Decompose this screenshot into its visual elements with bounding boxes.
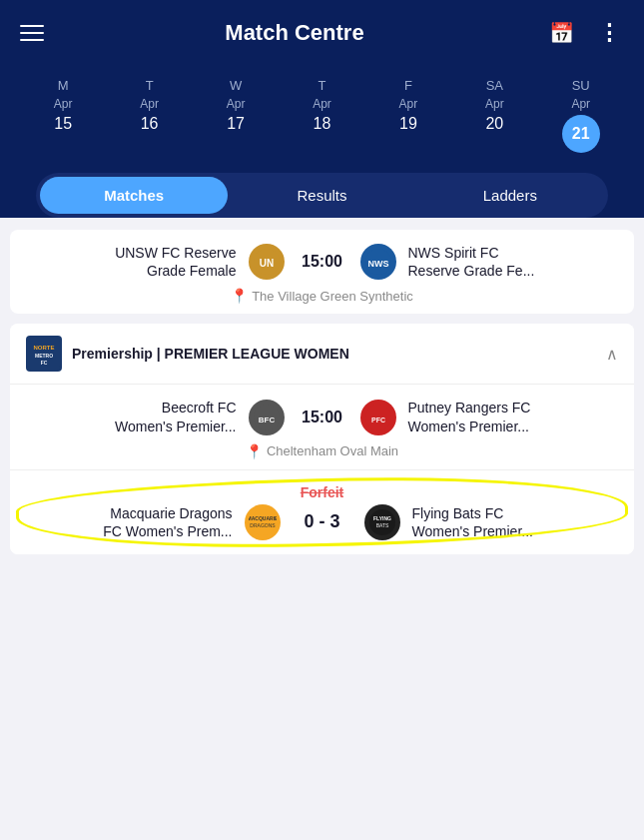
match-row: Macquarie DragonsFC Women's Prem... MACQ…: [30, 504, 614, 540]
home-team-logo: MACQUARIE DRAGONS: [245, 504, 281, 540]
svg-text:PFC: PFC: [371, 417, 385, 423]
away-team-name: NWS Spirit FCReserve Grade Fe...: [408, 244, 619, 280]
league-logo: NORTE METRO FC: [26, 336, 62, 372]
tabs-bar: Matches Results Ladders: [36, 173, 608, 218]
home-team-logo: BFC: [249, 400, 285, 435]
away-team-name: Putney Rangers FCWomen's Premier...: [408, 399, 619, 434]
away-team-name: Flying Bats FCWomen's Premier...: [412, 504, 615, 540]
away-team-logo: PFC: [360, 400, 396, 435]
svg-text:FLYING: FLYING: [373, 515, 391, 521]
header-actions: 📅 ⋮: [545, 16, 624, 50]
league-header[interactable]: NORTE METRO FC Premiership | PREMIER LEA…: [10, 324, 634, 385]
match-venue: 📍 The Village Green Synthetic: [26, 288, 618, 304]
header-top: Match Centre 📅 ⋮: [20, 16, 624, 66]
svg-text:BATS: BATS: [375, 522, 388, 528]
home-team-logo: UN: [249, 244, 285, 280]
calendar-day-mon[interactable]: M Apr 15: [28, 74, 98, 157]
svg-text:METRO: METRO: [35, 353, 53, 359]
home-team-name: Macquarie DragonsFC Women's Prem...: [30, 504, 233, 540]
tab-matches[interactable]: Matches: [40, 177, 228, 214]
hamburger-menu-button[interactable]: [20, 25, 44, 41]
league-section-premier-women: NORTE METRO FC Premiership | PREMIER LEA…: [10, 324, 634, 554]
svg-text:BFC: BFC: [258, 416, 275, 424]
league-title: Premiership | PREMIER LEAGUE WOMEN: [72, 346, 606, 362]
date-picker: M Apr 15 T Apr 16 W Apr 17 T Apr 18 F Ap…: [20, 66, 624, 173]
forfeit-label: Forfeit: [30, 484, 614, 500]
more-icon: ⋮: [598, 20, 620, 45]
location-icon: 📍: [246, 443, 263, 459]
calendar-day-sat[interactable]: SA Apr 20: [459, 74, 529, 157]
calendar-icon: 📅: [549, 22, 574, 44]
calendar-day-fri[interactable]: F Apr 19: [373, 74, 443, 157]
match-time: 15:00: [297, 409, 348, 426]
away-team-logo: NWS: [360, 244, 396, 280]
svg-text:NORTE: NORTE: [34, 345, 55, 351]
home-team-name: Beecroft FCWomen's Premier...: [26, 399, 237, 434]
away-team-logo: FLYING BATS: [364, 504, 400, 540]
match-row: Beecroft FCWomen's Premier... BFC 15:00 …: [26, 399, 618, 434]
match-time: 15:00: [297, 253, 348, 271]
match-card-macquarie-flyingbats[interactable]: Forfeit Macquarie DragonsFC Women's Prem…: [10, 470, 634, 554]
location-icon: 📍: [231, 288, 248, 304]
calendar-day-wed[interactable]: W Apr 17: [201, 74, 271, 157]
svg-text:UN: UN: [259, 258, 273, 269]
svg-text:MACQUARIE: MACQUARIE: [249, 515, 277, 521]
match-venue: 📍 Cheltenham Oval Main: [26, 443, 618, 459]
svg-text:NWS: NWS: [367, 259, 388, 269]
match-row: UNSW FC ReserveGrade Female UN 15:00 NWS…: [26, 244, 618, 280]
page-title: Match Centre: [225, 20, 363, 46]
tab-results[interactable]: Results: [228, 177, 415, 214]
svg-text:FC: FC: [41, 360, 48, 366]
more-options-button[interactable]: ⋮: [594, 16, 624, 50]
calendar-icon-button[interactable]: 📅: [545, 17, 578, 49]
venue-name: The Village Green Synthetic: [252, 289, 413, 304]
match-card-beecroft-putney[interactable]: Beecroft FCWomen's Premier... BFC 15:00 …: [10, 385, 634, 469]
venue-name: Cheltenham Oval Main: [267, 443, 398, 458]
calendar-day-tue[interactable]: T Apr 16: [115, 74, 185, 157]
chevron-up-icon: ∧: [606, 345, 618, 364]
calendar-day-thu[interactable]: T Apr 18: [287, 74, 356, 157]
home-team-name: UNSW FC ReserveGrade Female: [26, 244, 237, 280]
tab-ladders[interactable]: Ladders: [416, 177, 604, 214]
calendar-day-sun[interactable]: SU Apr 21: [546, 74, 616, 157]
svg-text:DRAGONS: DRAGONS: [250, 522, 276, 528]
header: Match Centre 📅 ⋮ M Apr 15 T Apr 16 W Apr…: [0, 0, 644, 218]
match-score: 0 - 3: [293, 511, 352, 532]
content-area: UNSW FC ReserveGrade Female UN 15:00 NWS…: [0, 230, 644, 584]
match-card-unsw-nws[interactable]: UNSW FC ReserveGrade Female UN 15:00 NWS…: [10, 230, 634, 314]
